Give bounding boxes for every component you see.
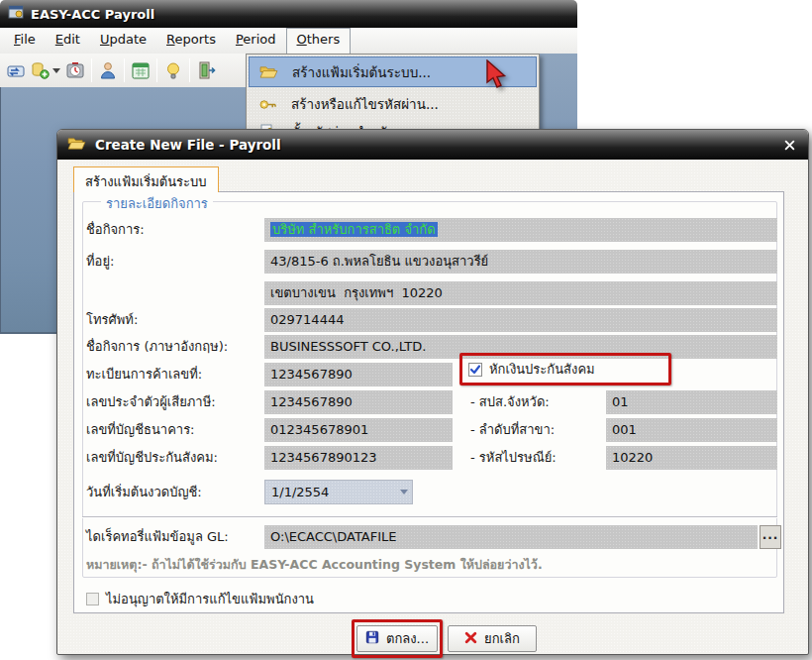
- company-name-field[interactable]: บริษัท สำหรับการสาธิต จำกัด: [264, 218, 777, 242]
- calendar-icon[interactable]: [129, 58, 152, 82]
- note-text: หมายเหตุ:- ถ้าไม่ได้ใช้ร่วมกับ EASY-ACC …: [86, 555, 773, 575]
- menu-edit[interactable]: Edit: [46, 28, 90, 54]
- mouse-cursor-icon: [484, 59, 508, 95]
- add-record-dropdown-caret[interactable]: [52, 68, 60, 73]
- menu-item-label: สร้างหรือแก้ไขรหัสผ่าน...: [291, 93, 439, 115]
- phone-field[interactable]: 029714444: [264, 308, 777, 332]
- browse-button[interactable]: ...: [760, 525, 781, 549]
- open-folder-icon: [67, 136, 86, 155]
- exit-door-icon[interactable]: [194, 58, 218, 82]
- sso-account-label: เลขที่บัญชีประกันสังคม:: [86, 446, 262, 470]
- gl-directory-field[interactable]: O:\ECACC\DATAFILE: [264, 525, 758, 549]
- toolbar-separator: [189, 58, 190, 82]
- start-date-label: วันที่เริ่มต้นงวดบัญชี:: [86, 481, 262, 504]
- transfer-icon[interactable]: [4, 58, 28, 82]
- open-folder-icon: [258, 64, 278, 79]
- create-new-file-dialog: Create New File - Payroll สร้างแฟ้มเริ่ม…: [56, 129, 809, 655]
- menu-file[interactable]: File: [4, 28, 46, 54]
- cancel-button-label: ยกเลิก: [484, 628, 520, 649]
- selected-text: บริษัท สำหรับการสาธิต จำกัด: [270, 222, 438, 237]
- toolbar-separator: [156, 58, 157, 82]
- bank-account-field[interactable]: 012345678901: [264, 418, 453, 442]
- start-date-combobox[interactable]: 1/1/2554: [264, 480, 413, 504]
- menubar: File Edit Update Reports Period Others: [0, 28, 577, 54]
- menu-item-label: สร้างแฟ้มเริ่มต้นระบบ...: [292, 61, 431, 83]
- main-window-title: EASY-ACC Payroll: [31, 7, 154, 22]
- start-date-value: 1/1/2554: [265, 485, 396, 499]
- screen: EASY-ACC Payroll File Edit Update Report…: [0, 0, 812, 660]
- bank-account-label: เลขที่บัญชีธนาคาร:: [86, 418, 262, 442]
- address-line1-field[interactable]: 43/815-6 ถ.พหลโยธิน แขวงอนุสาวรีย์: [264, 250, 777, 274]
- menu-period[interactable]: Period: [226, 28, 286, 54]
- branch-no-label: - ลำดับที่สาขา:: [470, 418, 601, 442]
- dialog-title: Create New File - Payroll: [95, 137, 771, 153]
- sso-province-field[interactable]: 01: [606, 390, 777, 414]
- trade-register-field[interactable]: 1234567890: [264, 363, 453, 386]
- separator-line: [82, 516, 777, 518]
- lamp-icon[interactable]: [161, 58, 185, 82]
- toolbar: [0, 54, 246, 87]
- tax-id-field[interactable]: 1234567890: [264, 390, 453, 414]
- checkbox-unchecked-icon[interactable]: [86, 593, 99, 605]
- menu-reports[interactable]: Reports: [156, 28, 226, 54]
- menu-others[interactable]: Others: [286, 28, 352, 54]
- sso-province-label: - สปส.จังหวัด:: [470, 390, 601, 414]
- address-line2-field[interactable]: เขตบางเขน กรุงเทพฯ 10220: [264, 281, 777, 305]
- tab-create-new-file[interactable]: สร้างแฟ้มเริ่มต้นระบบ: [73, 166, 219, 192]
- postal-code-label: - รหัสไปรษณีย์:: [470, 446, 601, 470]
- annotation-box-sso-checkbox: [459, 353, 671, 385]
- dialog-titlebar: Create New File - Payroll: [57, 130, 808, 160]
- address-label: ที่อยู่:: [86, 250, 262, 274]
- tax-id-label: เลขประจำตัวผู้เสียภาษี:: [86, 390, 262, 414]
- employee-icon[interactable]: [96, 58, 120, 82]
- company-name-en-label: ชื่อกิจการ (ภาษาอังกฤษ):: [86, 335, 262, 359]
- trade-register-label: ทะเบียนการค้าเลขที่:: [86, 363, 262, 386]
- branch-no-field[interactable]: 001: [606, 418, 777, 442]
- cancel-x-icon: [464, 631, 477, 647]
- time-clock-icon[interactable]: [63, 58, 87, 82]
- company-name-label: ชื่อกิจการ:: [86, 218, 262, 242]
- lock-employee-edit-checkbox-row[interactable]: ไม่อนุญาตให้มีการแก้ไขแฟ้มพนักงาน: [86, 589, 314, 609]
- chevron-down-icon[interactable]: [396, 481, 412, 503]
- toolbar-separator: [91, 58, 92, 82]
- annotation-box-ok-button: [352, 619, 443, 658]
- main-window-titlebar: EASY-ACC Payroll: [0, 0, 577, 28]
- key-icon: [257, 97, 277, 112]
- gl-directory-label: ไดเร็คทอรี่แฟ้มข้อมูล GL:: [86, 525, 262, 549]
- add-record-icon[interactable]: [28, 58, 51, 82]
- lock-employee-edit-label: ไม่อนุญาตให้มีการแก้ไขแฟ้มพนักงาน: [106, 589, 314, 609]
- close-icon[interactable]: [780, 136, 798, 154]
- sso-account-field[interactable]: 1234567890123: [264, 446, 453, 470]
- cancel-button[interactable]: ยกเลิก: [448, 625, 537, 652]
- postal-code-field[interactable]: 10220: [606, 446, 777, 470]
- menu-update[interactable]: Update: [90, 28, 156, 54]
- tab-page: รายละเอียดกิจการ ชื่อกิจการ: บริษัท สำหร…: [73, 191, 784, 613]
- phone-label: โทรศัพท์:: [86, 308, 262, 332]
- groupbox-title: รายละเอียดกิจการ: [101, 193, 213, 214]
- toolbar-separator: [124, 58, 125, 82]
- app-icon: [8, 4, 24, 24]
